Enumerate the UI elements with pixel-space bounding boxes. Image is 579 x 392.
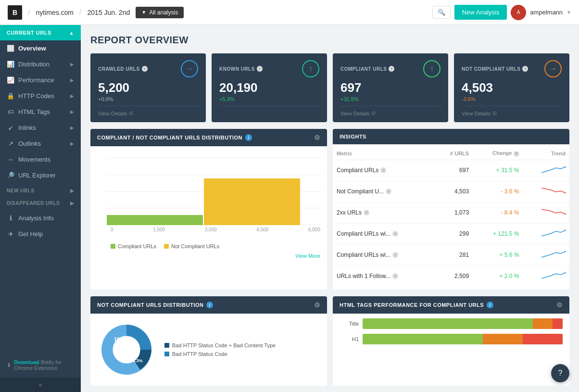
row-help-icon[interactable]: ? xyxy=(392,252,398,258)
not-compliant-urls-change: -3.6% xyxy=(462,96,562,102)
legend-compliant-label: Compliant URLs xyxy=(118,243,156,249)
sidebar-collapse-button[interactable]: « xyxy=(0,378,81,392)
sidebar-item-distribution[interactable]: 📊 Distribution ▶ xyxy=(0,56,81,72)
filter-button[interactable]: All analysis xyxy=(136,7,184,18)
sidebar-item-movements[interactable]: ↔ Movements xyxy=(0,152,81,167)
row-help-icon[interactable]: ? xyxy=(392,231,398,237)
view-more: View More xyxy=(97,249,320,259)
bar-compliant xyxy=(107,215,203,225)
html-tag-bar-title xyxy=(363,318,563,329)
arrow-icon: ▶ xyxy=(70,77,74,83)
insights-table-row: Not Compliant U... ?4,503- 3.6 % xyxy=(333,181,569,202)
seg-green-title xyxy=(363,318,533,329)
sidebar-item-label: Analysis Info xyxy=(18,215,54,222)
change-help-icon[interactable]: ? xyxy=(514,151,519,157)
compliant-distribution-title: COMPLIANT / NOT COMPLIANT URLS DISTRIBUT… xyxy=(97,135,242,140)
search-button[interactable]: 🔍 xyxy=(432,6,451,19)
sidebar-item-analysis-info[interactable]: ℹ Analysis Info xyxy=(0,210,81,226)
bar-chart-xaxis: 01,5003,0004,5006,000 xyxy=(97,225,320,232)
insights-change-cell: - 8.4 % xyxy=(473,202,523,223)
pie-legend-item-2: Bad HTTP Status Code xyxy=(164,351,276,357)
known-urls-change: +5.3% xyxy=(219,96,319,102)
sidebar-item-http-codes[interactable]: 🔒 HTTP Codes ▶ xyxy=(0,88,81,104)
view-more-link[interactable]: View More xyxy=(295,253,320,259)
sidebar-item-overview[interactable]: ⬜ Overview xyxy=(0,40,81,56)
pie-legend-label-1: Bad HTTP Status Code + Bad Content Type xyxy=(172,342,276,348)
insights-metric-cell: URLs with 1 Follow... ? xyxy=(333,266,434,287)
html-tags-title: HTML TAGS PERFORMANCE FOR COMPLIANT URLS xyxy=(340,302,484,308)
pie-legend-dot-1 xyxy=(164,343,169,348)
not-compliant-urls-help-icon[interactable]: ? xyxy=(522,66,528,72)
compliant-distribution-gear-icon[interactable]: ⚙ xyxy=(314,134,321,141)
compliant-urls-icon: ↑ xyxy=(423,60,441,77)
crawled-urls-icon: → xyxy=(181,60,198,77)
bar-not-compliant xyxy=(204,178,300,226)
sidebar-item-get-help[interactable]: ✈ Get Help xyxy=(0,226,81,242)
compliant-urls-help-icon[interactable]: ? xyxy=(389,66,394,72)
insights-metric-cell: Compliant URLs ? xyxy=(333,160,434,181)
html-tags-performance-chart: HTML TAGS PERFORMANCE FOR COMPLIANT URLS… xyxy=(333,296,569,386)
row-help-icon[interactable]: ? xyxy=(386,189,391,194)
distribution-icon: 📊 xyxy=(7,61,14,68)
row-help-icon[interactable]: ? xyxy=(380,167,386,173)
sidebar-item-url-explorer[interactable]: 🔎 URL Explorer xyxy=(0,167,81,183)
stat-card-crawled-urls: CRAWLED URLS ? → 5,200 +0.0% View Detail… xyxy=(90,53,206,122)
user-dropdown-icon[interactable]: ▼ xyxy=(566,10,571,15)
url-explorer-icon: 🔎 xyxy=(7,172,14,179)
not-compliant-distribution-chart: NOT COMPLIANT URLS DISTRIBUTION i ⚙ xyxy=(90,296,327,386)
disappeared-urls-chevron: ▶ xyxy=(70,201,75,206)
sidebar-section-current-urls[interactable]: CURRENT URLS ▲ xyxy=(0,25,81,40)
crawled-urls-help-icon[interactable]: ? xyxy=(142,66,148,72)
insights-table-row: URLs with 1 Follow... ?2,509+ 2.0 % xyxy=(333,266,569,287)
sidebar-item-label: Overview xyxy=(18,45,46,52)
html-tags-icon: 🏷 xyxy=(7,108,14,115)
not-compliant-distribution-title: NOT COMPLIANT URLS DISTRIBUTION xyxy=(97,302,203,308)
compliant-distribution-info-icon[interactable]: i xyxy=(245,134,252,141)
insights-table: Metric # URLS Change ? Trend Compliant U… xyxy=(333,147,569,287)
stats-row: CRAWLED URLS ? → 5,200 +0.0% View Detail… xyxy=(90,53,569,122)
row-help-icon[interactable]: ? xyxy=(392,273,398,279)
html-tag-bar-h1 xyxy=(363,334,563,344)
row-help-icon[interactable]: ? xyxy=(364,210,369,215)
insights-metric-cell: 2xx URLs ? xyxy=(333,202,434,223)
insights-metric-cell: Not Compliant U... ? xyxy=(333,181,434,202)
seg-red-title xyxy=(553,318,563,329)
disappeared-urls-section[interactable]: DISAPPEARED URLS ▶ xyxy=(0,196,81,208)
separator-1: / xyxy=(28,8,30,17)
download-extension[interactable]: ⬇ Download Botify for Chrome Extension xyxy=(0,353,81,378)
sidebar-item-html-tags[interactable]: 🏷 HTML Tags ▶ xyxy=(0,104,81,120)
not-compliant-urls-view-details[interactable]: View Details ⊙ xyxy=(462,106,562,116)
sidebar-item-performance[interactable]: 📈 Performance ▶ xyxy=(0,72,81,88)
separator-2: / xyxy=(79,8,81,17)
new-urls-section[interactable]: NEW URLS ▶ xyxy=(0,183,81,196)
overview-icon: ⬜ xyxy=(7,45,14,52)
outlinks-icon: ↗ xyxy=(7,140,14,147)
crawled-urls-change: +0.0% xyxy=(98,96,198,102)
crawled-urls-view-details[interactable]: View Details ⊙ xyxy=(98,106,198,116)
not-compliant-gear-icon[interactable]: ⚙ xyxy=(314,301,321,309)
svg-text:16.9%: 16.9% xyxy=(114,336,128,341)
help-fab-button[interactable]: ? xyxy=(551,364,569,382)
html-tags-gear-icon[interactable]: ⚙ xyxy=(556,301,563,309)
sidebar-section-label: CURRENT URLS xyxy=(7,30,51,36)
known-urls-value: 20,190 xyxy=(219,80,319,95)
performance-icon: 📈 xyxy=(7,76,14,84)
html-tag-label-title: Title xyxy=(340,321,359,327)
legend-not-compliant-label: Not Compliant URLs xyxy=(171,243,219,249)
known-urls-help-icon[interactable]: ? xyxy=(257,66,263,72)
insights-header: INSIGHTS xyxy=(333,129,569,144)
compliant-distribution-header: COMPLIANT / NOT COMPLIANT URLS DISTRIBUT… xyxy=(90,129,327,146)
charts-row-1: COMPLIANT / NOT COMPLIANT URLS DISTRIBUT… xyxy=(90,129,569,290)
insights-urls-cell: 299 xyxy=(434,223,473,244)
compliant-urls-view-details[interactable]: View Details ⊙ xyxy=(340,106,441,116)
insights-title: INSIGHTS xyxy=(340,134,366,139)
new-analysis-button[interactable]: New Analysis xyxy=(454,5,507,20)
pie-legend: Bad HTTP Status Code + Bad Content Type … xyxy=(164,342,276,357)
sidebar-item-inlinks[interactable]: ↙ Inlinks ▶ xyxy=(0,120,81,136)
not-compliant-info-icon[interactable]: i xyxy=(206,302,213,308)
sidebar-item-outlinks[interactable]: ↗ Outlinks ▶ xyxy=(0,136,81,152)
chart-legend: Compliant URLs Not Compliant URLs xyxy=(97,240,320,249)
html-tags-info-icon[interactable]: i xyxy=(487,302,493,308)
known-urls-icon: ↑ xyxy=(302,60,319,77)
arrow-icon: ▶ xyxy=(70,125,74,130)
